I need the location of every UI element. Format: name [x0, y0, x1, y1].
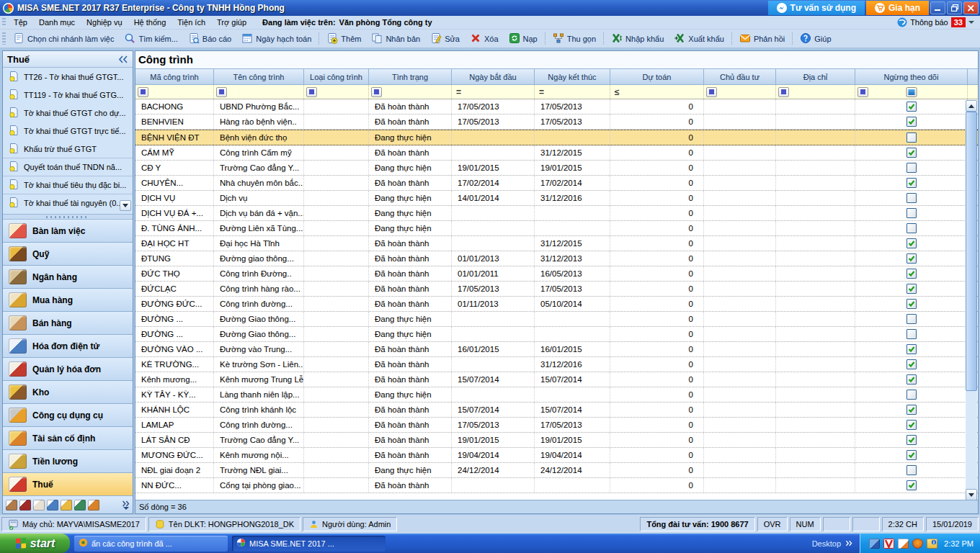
- sidebar-item-tax-report[interactable]: Tờ khai thuế GTGT trực tiế...: [3, 122, 133, 140]
- module-shortcut-icon[interactable]: [74, 500, 86, 511]
- table-row[interactable]: NĐL giai đoạn 2Trường NĐL giai...Đang th…: [135, 463, 978, 478]
- stopped-tracking-checkbox[interactable]: [906, 269, 917, 279]
- stopped-tracking-checkbox[interactable]: [906, 132, 917, 143]
- stopped-tracking-checkbox[interactable]: [906, 299, 917, 309]
- export-button[interactable]: Xuất khẩu: [669, 31, 729, 47]
- table-row[interactable]: MƯƠNG ĐỨC...Kênh mương nội...Đã hoàn thà…: [135, 448, 978, 463]
- sidebar-item-tax-report[interactable]: Tờ khai thuế GTGT cho dự...: [3, 104, 133, 122]
- module-button-assets[interactable]: Tài sản cố định: [3, 427, 133, 450]
- stopped-tracking-checkbox[interactable]: [906, 238, 917, 248]
- filter-button-icon[interactable]: [306, 87, 317, 97]
- stopped-tracking-checkbox[interactable]: [906, 359, 917, 369]
- stopped-tracking-checkbox[interactable]: [906, 450, 917, 460]
- stopped-tracking-checkbox[interactable]: [906, 148, 917, 158]
- filter-button-icon[interactable]: [138, 87, 148, 97]
- add-button[interactable]: Thêm: [321, 31, 366, 47]
- scroll-down-button[interactable]: [966, 489, 977, 500]
- table-row[interactable]: ĐƯỜNG ...Đường Giao thông...Đang thực hi…: [135, 312, 978, 327]
- consult-button[interactable]: Tư vấn sử dụng: [768, 1, 865, 15]
- filter-checkbox-icon[interactable]: [906, 87, 917, 97]
- menu-item-6[interactable]: Trợ giúp: [211, 17, 252, 28]
- module-button-workspace[interactable]: Bàn làm việc: [3, 220, 133, 243]
- filter-operator[interactable]: =: [454, 87, 461, 97]
- menu-item-1[interactable]: Tệp: [8, 17, 33, 28]
- table-row[interactable]: DỊCH VỤ ĐÁ +...Dịch vụ bán đá + vận...Đa…: [135, 206, 978, 221]
- table-row[interactable]: Kênh mương...Kênh mương Trung LễĐã hoàn …: [135, 372, 978, 387]
- table-row[interactable]: DỊCH VỤDịch vụĐang thực hiện14/01/201431…: [135, 191, 978, 206]
- sidebar-item-tax-report[interactable]: Khấu trừ thuế GTGT: [3, 140, 133, 158]
- table-row[interactable]: BACHONGUBND Phường Bắc...Đã hoàn thành17…: [135, 99, 978, 114]
- stopped-tracking-checkbox[interactable]: [906, 405, 917, 415]
- column-header[interactable]: Dự toán: [610, 68, 704, 85]
- column-header[interactable]: Mã công trình: [135, 68, 214, 85]
- close-button[interactable]: [963, 1, 979, 14]
- stopped-tracking-checkbox[interactable]: [906, 163, 917, 173]
- stopped-tracking-checkbox[interactable]: [906, 420, 917, 430]
- collapse-button[interactable]: Thu gọn: [548, 31, 601, 47]
- module-button-bank[interactable]: Ngân hàng: [3, 266, 133, 289]
- table-row[interactable]: ĐƯỜNG ...Đường Giao thông...Đang thực hi…: [135, 327, 978, 342]
- menu-item-4[interactable]: Hệ thống: [128, 17, 172, 28]
- misa-tray-icon[interactable]: [898, 539, 909, 549]
- sidebar-item-tax-report[interactable]: Tờ khai thuế tiêu thụ đặc bi...: [3, 176, 133, 194]
- stopped-tracking-checkbox[interactable]: [906, 435, 917, 445]
- stopped-tracking-checkbox[interactable]: [906, 284, 917, 294]
- collapse-panel-icon[interactable]: [118, 55, 128, 63]
- vertical-scrollbar[interactable]: [966, 100, 977, 500]
- panel-splitter[interactable]: [3, 215, 133, 220]
- table-row[interactable]: ĐỨC THỌCông trình Đường..Đã hoàn thành01…: [135, 266, 978, 282]
- stopped-tracking-checkbox[interactable]: [906, 117, 917, 127]
- table-row[interactable]: LAMLAPCông trình đường...Đã hoàn thành17…: [135, 418, 978, 433]
- module-button-einvoice[interactable]: Hóa đơn điện tử: [3, 335, 133, 358]
- column-header[interactable]: Loại công trình: [304, 68, 369, 85]
- sidebar-item-tax-report[interactable]: Quyết toán thuế TNDN nă...: [3, 158, 133, 176]
- stopped-tracking-checkbox[interactable]: [906, 374, 917, 385]
- filter-button-icon[interactable]: [858, 87, 868, 97]
- menu-item-2[interactable]: Danh mục: [33, 17, 81, 28]
- column-header[interactable]: Địa chỉ: [776, 68, 855, 85]
- module-button-tools[interactable]: Công cụ dụng cụ: [3, 404, 133, 427]
- module-shortcut-icon[interactable]: [61, 500, 72, 511]
- toolbar-grip-handle[interactable]: [2, 32, 6, 45]
- table-row[interactable]: ĐƯỜNG ĐỨC...Công trình đường...Đã hoàn t…: [135, 297, 978, 312]
- sidebar-item-tax-report[interactable]: TT119 - Tờ khai thuế GTG...: [3, 86, 133, 104]
- taskbar-task-2[interactable]: MISA SME.NET 2017 ...: [232, 536, 386, 552]
- stopped-tracking-checkbox[interactable]: [906, 344, 917, 354]
- delete-button[interactable]: Xóa: [465, 31, 504, 47]
- stopped-tracking-checkbox[interactable]: [906, 223, 917, 233]
- menu-grip-handle[interactable]: [2, 18, 6, 27]
- duplicate-button[interactable]: Nhân bản: [366, 31, 425, 47]
- module-button-payroll[interactable]: Tiền lương: [3, 450, 133, 473]
- column-header[interactable]: Ngừng theo dõi: [855, 68, 968, 85]
- table-row[interactable]: BENHVIENHàng rào bệnh viện..Đã hoàn thàn…: [135, 114, 978, 130]
- stopped-tracking-checkbox[interactable]: [906, 390, 917, 400]
- stopped-tracking-checkbox[interactable]: [906, 178, 917, 188]
- tax-list-scroll-down-button[interactable]: [120, 200, 131, 211]
- table-row[interactable]: CHUYÊN...Nhà chuyên môn bắc...Đã hoàn th…: [135, 176, 978, 191]
- taskbar-task-1[interactable]: ẩn các công trình đã ...: [74, 536, 228, 552]
- start-button[interactable]: start: [0, 534, 70, 553]
- calendar-button[interactable]: Ngày hạch toán: [236, 31, 316, 47]
- renew-button[interactable]: Gia hạn: [866, 1, 929, 15]
- more-modules-icon[interactable]: [122, 500, 130, 510]
- module-button-cash[interactable]: Quỹ: [3, 243, 133, 266]
- table-row[interactable]: ĐỨCLẠCCông trình hàng rào...Đã hoàn thàn…: [135, 282, 978, 297]
- report-button[interactable]: Báo cáo: [183, 31, 236, 47]
- column-header[interactable]: Chủ đầu tư: [704, 68, 776, 85]
- column-header[interactable]: Ngày bắt đầu: [452, 68, 535, 85]
- feedback-button[interactable]: Phản hồi: [734, 31, 790, 47]
- restore-button[interactable]: [947, 1, 962, 14]
- module-shortcut-icon[interactable]: [6, 500, 17, 511]
- module-button-purchase[interactable]: Mua hàng: [3, 289, 133, 312]
- module-button-warehouse[interactable]: Kho: [3, 381, 133, 404]
- filter-button-icon[interactable]: [371, 87, 382, 97]
- menu-item-3[interactable]: Nghiệp vụ: [81, 17, 128, 28]
- notification-area[interactable]: Thông báo 33: [897, 17, 974, 27]
- table-row[interactable]: CĐ YTrường Cao đẳng Y...Đang thực hiện19…: [135, 161, 978, 176]
- network-tray-icon[interactable]: [869, 539, 880, 549]
- table-row[interactable]: ĐƯỜNG VÀO ...Đường vào Trung...Đã hoàn t…: [135, 342, 978, 357]
- search-button[interactable]: Tìm kiếm...: [119, 31, 182, 47]
- column-header[interactable]: Tình trạng: [369, 68, 452, 85]
- scroll-up-button[interactable]: [966, 100, 977, 112]
- filter-operator[interactable]: ≤: [612, 87, 620, 97]
